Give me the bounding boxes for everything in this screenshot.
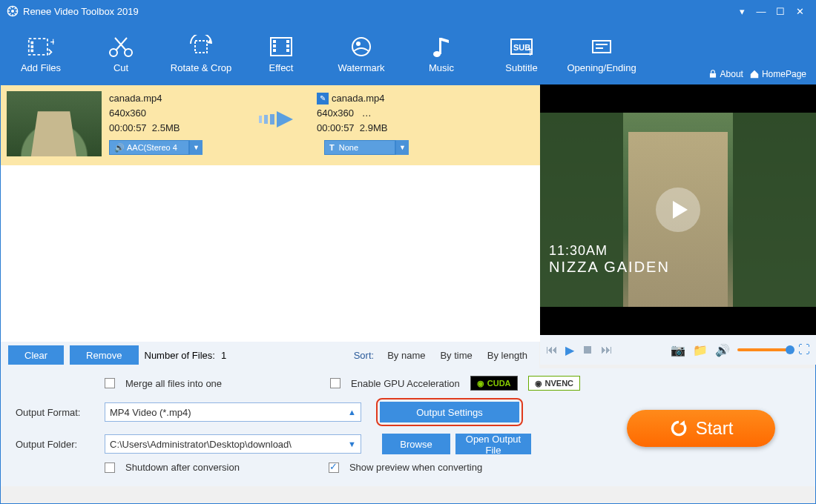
sort-by-length[interactable]: By length <box>487 350 527 361</box>
preview-time-overlay: 11:30AM <box>549 243 670 259</box>
svg-rect-30 <box>270 114 274 125</box>
maximize-window-icon[interactable]: ☐ <box>771 6 790 17</box>
svg-rect-20 <box>439 38 441 54</box>
show-preview-label: Show preview when converting <box>349 462 482 473</box>
output-panel: Merge all files into one Enable GPU Acce… <box>1 368 815 486</box>
snapshot-icon[interactable]: 📷 <box>671 343 685 357</box>
destination-resolution: 640x360 <box>317 107 354 119</box>
file-count-label: Number of Files: <box>145 350 215 361</box>
gpu-checkbox[interactable] <box>330 378 340 388</box>
svg-rect-9 <box>195 41 207 53</box>
svg-text:+: + <box>50 36 54 47</box>
cuda-badge: ◉ CUDA <box>470 376 518 391</box>
svg-text:T: T <box>527 47 533 58</box>
destination-size: 2.9MB <box>360 122 388 133</box>
browse-button[interactable]: Browse <box>382 434 450 454</box>
player-controls: ⏮ ▶ ⏹ ⏭ 📷 📁 🔊 ⛶ <box>540 335 816 365</box>
title-bar: Renee Video Toolbox 2019 ▾ — ☐ ✕ <box>1 1 815 21</box>
preview-video[interactable]: 11:30AM NIZZA GAIDEN <box>540 113 816 307</box>
refresh-icon <box>669 419 688 438</box>
svg-point-18 <box>356 42 361 46</box>
music-button[interactable]: Music <box>401 21 481 85</box>
output-format-select[interactable]: MP4 Video (*.mp4)▲ <box>105 402 361 422</box>
svg-rect-11 <box>273 40 276 43</box>
merge-label: Merge all files into one <box>125 378 222 389</box>
destination-more[interactable]: … <box>362 107 372 119</box>
svg-rect-12 <box>273 44 276 47</box>
svg-rect-28 <box>259 116 262 123</box>
svg-rect-24 <box>593 41 611 53</box>
output-folder-select[interactable]: C:\Users\Administrator\Desktop\download\… <box>105 434 361 454</box>
close-window-icon[interactable]: ✕ <box>790 6 809 17</box>
homepage-link[interactable]: HomePage <box>749 69 806 79</box>
sort-label: Sort: <box>354 350 374 361</box>
output-settings-button[interactable]: Output Settings <box>380 402 519 422</box>
prev-track-icon[interactable]: ⏮ <box>546 343 558 357</box>
minimize-window-icon[interactable]: — <box>751 6 771 17</box>
open-output-file-button[interactable]: Open Output File <box>455 434 531 454</box>
preview-title-overlay: NIZZA GAIDEN <box>549 259 670 276</box>
edit-filename-icon[interactable]: ✎ <box>317 93 329 105</box>
music-icon <box>428 34 455 59</box>
audio-track-selector[interactable]: 🔊 AAC(Stereo 4 <box>109 140 189 155</box>
subtitle-dropdown[interactable]: ▼ <box>395 140 409 155</box>
svg-rect-29 <box>264 115 268 124</box>
volume-icon[interactable]: 🔊 <box>715 343 730 357</box>
destination-duration: 00:00:57 <box>317 122 355 133</box>
svg-rect-14 <box>286 40 289 43</box>
rotate-crop-button[interactable]: Rotate & Crop <box>161 21 241 85</box>
play-overlay-icon[interactable] <box>656 188 700 232</box>
file-count: 1 <box>221 350 226 361</box>
play-icon[interactable]: ▶ <box>565 343 574 357</box>
svg-rect-27 <box>710 73 716 78</box>
destination-info: ✎canada.mp4 640x360 … 00:00:57 2.9MB TNo… <box>309 91 487 155</box>
subtitle-button[interactable]: SUBT Subtitle <box>481 21 562 85</box>
dropdown-window-icon[interactable]: ▾ <box>732 6 751 17</box>
svg-point-1 <box>11 10 14 13</box>
fullscreen-icon[interactable]: ⛶ <box>798 343 810 357</box>
svg-point-17 <box>352 38 370 56</box>
cut-button[interactable]: Cut <box>81 21 161 85</box>
shutdown-label: Shutdown after conversion <box>125 462 240 473</box>
add-files-button[interactable]: + Add Files <box>1 21 81 85</box>
subtitle-selector[interactable]: TNone <box>324 140 395 155</box>
effect-button[interactable]: Effect <box>241 21 321 85</box>
about-link[interactable]: About <box>708 69 743 79</box>
effect-icon <box>268 34 295 59</box>
source-thumbnail <box>7 91 102 156</box>
list-controls: Clear Remove Number of Files: 1 Sort: By… <box>1 342 539 368</box>
output-format-label: Output Format: <box>11 407 99 418</box>
source-info: canada.mp4 640x360 00:00:57 2.5MB 🔊 AAC(… <box>102 91 250 155</box>
audio-track-dropdown[interactable]: ▼ <box>189 140 203 155</box>
preview-panel: 11:30AM NIZZA GAIDEN <box>540 84 816 335</box>
app-title: Renee Video Toolbox 2019 <box>23 6 139 17</box>
next-track-icon[interactable]: ⏭ <box>601 343 613 357</box>
source-duration: 00:00:57 <box>109 122 147 133</box>
start-button[interactable]: Start <box>627 410 775 447</box>
open-folder-icon[interactable]: 📁 <box>693 343 708 357</box>
svg-rect-16 <box>286 49 289 52</box>
add-files-icon: + <box>27 34 54 59</box>
svg-rect-15 <box>286 44 289 47</box>
volume-slider[interactable] <box>737 348 791 351</box>
show-preview-checkbox[interactable] <box>329 462 339 473</box>
sort-by-name[interactable]: By name <box>387 350 425 361</box>
merge-checkbox[interactable] <box>105 378 115 388</box>
svg-rect-3 <box>31 41 34 44</box>
svg-rect-4 <box>31 45 34 48</box>
remove-button[interactable]: Remove <box>70 345 138 365</box>
output-folder-label: Output Folder: <box>11 439 99 450</box>
subtitle-icon: SUBT <box>508 34 535 59</box>
watermark-icon <box>348 34 375 59</box>
main-toolbar: + Add Files Cut Rotate & Crop Effect Wat… <box>1 21 815 85</box>
shutdown-checkbox[interactable] <box>105 462 115 473</box>
svg-rect-5 <box>31 49 34 52</box>
opening-ending-button[interactable]: Opening/Ending <box>562 21 642 85</box>
stop-icon[interactable]: ⏹ <box>582 343 593 357</box>
clear-button[interactable]: Clear <box>8 345 64 365</box>
nvenc-badge: ◉ NVENC <box>528 376 581 391</box>
opening-ending-icon <box>588 34 615 59</box>
watermark-button[interactable]: Watermark <box>321 21 401 85</box>
scissors-icon <box>108 34 134 59</box>
sort-by-time[interactable]: By time <box>440 350 472 361</box>
